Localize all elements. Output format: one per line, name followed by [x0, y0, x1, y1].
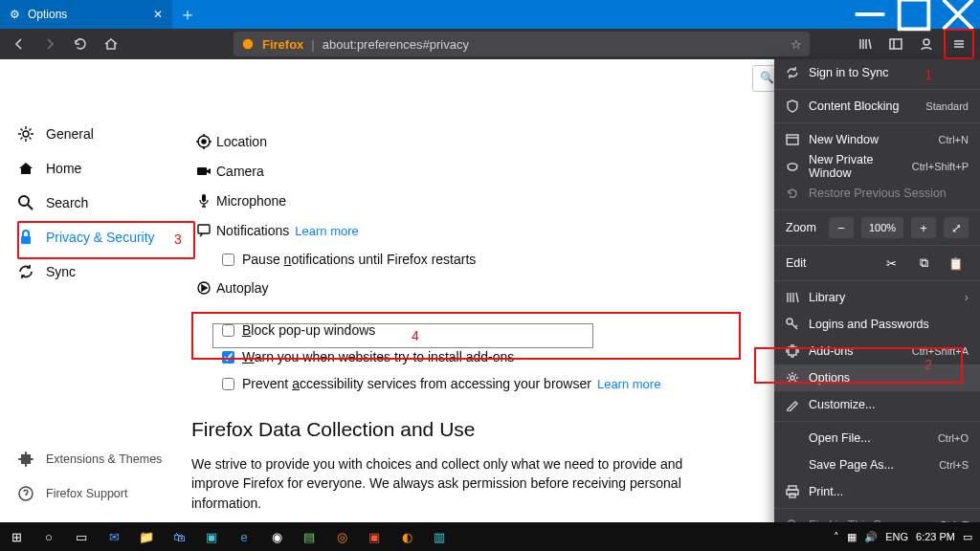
- taskbar-chrome[interactable]: ◉: [260, 522, 293, 551]
- url-path: about:preferences#privacy: [323, 37, 469, 52]
- tab-title: Options: [28, 8, 145, 21]
- taskbar-photos[interactable]: ▣: [195, 522, 228, 551]
- library-icon[interactable]: [852, 31, 879, 57]
- help-icon: [17, 485, 34, 502]
- search-icon: 🔍: [760, 71, 774, 84]
- paste-icon[interactable]: 📋: [944, 253, 969, 274]
- sidenav-search[interactable]: Search: [0, 186, 191, 220]
- menu-library[interactable]: Library›: [774, 284, 980, 311]
- taskbar-store[interactable]: 🛍: [163, 522, 195, 551]
- menu-print[interactable]: Print...: [774, 478, 980, 505]
- close-tab-icon[interactable]: ✕: [153, 8, 163, 21]
- zoom-in[interactable]: +: [911, 217, 936, 238]
- window-maximize[interactable]: [892, 0, 936, 29]
- app-menu-panel: Sign in to Sync Content BlockingStandard…: [774, 59, 980, 551]
- menu-signin[interactable]: Sign in to Sync: [774, 59, 980, 86]
- menu-customize[interactable]: Customize...: [774, 391, 980, 418]
- menu-save-page[interactable]: Save Page As...Ctrl+S: [774, 452, 980, 478]
- home-button[interactable]: [98, 31, 124, 57]
- gear-icon: [17, 125, 34, 143]
- menu-options[interactable]: Options: [774, 364, 980, 391]
- library-icon: [786, 291, 799, 304]
- taskbar-notes[interactable]: ▥: [423, 522, 456, 551]
- warn-addons-checkbox[interactable]: [222, 351, 234, 364]
- menu-content-blocking[interactable]: Content BlockingStandard: [774, 93, 980, 120]
- svg-point-4: [243, 39, 254, 50]
- menu-addons[interactable]: Add-onsCtrl+Shift+A: [774, 338, 980, 364]
- puzzle-icon: [786, 344, 799, 358]
- bookmark-star-icon[interactable]: ☆: [791, 37, 802, 52]
- taskbar-uc[interactable]: ◎: [325, 522, 358, 551]
- task-view[interactable]: ▭: [65, 522, 98, 551]
- account-icon[interactable]: [913, 31, 940, 57]
- menu-new-window[interactable]: New WindowCtrl+N: [774, 126, 980, 153]
- tray-volume-icon[interactable]: 🔊: [864, 531, 878, 543]
- menu-logins[interactable]: Logins and Passwords: [774, 311, 980, 338]
- menu-new-private[interactable]: New Private WindowCtrl+Shift+P: [774, 153, 980, 180]
- mask-icon: [786, 160, 799, 173]
- svg-point-7: [924, 39, 929, 45]
- gear-icon: ⚙: [10, 8, 20, 21]
- chevron-right-icon: ›: [965, 291, 969, 304]
- a11y-learn-more[interactable]: Learn more: [597, 377, 660, 391]
- microphone-icon: [191, 193, 216, 209]
- cut-icon[interactable]: ✂: [879, 253, 903, 274]
- autoplay-icon: [191, 280, 216, 296]
- block-popup-checkbox[interactable]: [222, 324, 234, 337]
- window-close[interactable]: [936, 0, 980, 29]
- taskbar-search[interactable]: ○: [33, 522, 65, 551]
- svg-rect-19: [202, 194, 206, 202]
- back-button[interactable]: [6, 31, 33, 57]
- svg-rect-1: [900, 0, 929, 29]
- system-tray[interactable]: ˄ ▦ 🔊 ENG 6:23 PM ▭: [834, 531, 980, 543]
- svg-point-17: [202, 140, 206, 143]
- tray-network-icon[interactable]: ▦: [847, 531, 857, 543]
- sidenav-privacy[interactable]: Privacy & Security: [0, 220, 191, 254]
- taskbar-mail[interactable]: ✉: [98, 522, 130, 551]
- sidenav-general[interactable]: General: [0, 117, 191, 151]
- notifications-learn-more[interactable]: Learn more: [295, 224, 358, 238]
- sync-icon: [786, 66, 799, 79]
- taskbar-explorer[interactable]: 📁: [130, 522, 163, 551]
- prevent-a11y-checkbox[interactable]: [222, 378, 234, 390]
- copy-icon[interactable]: ⧉: [911, 253, 936, 274]
- start-button[interactable]: ⊞: [0, 522, 33, 551]
- url-bar[interactable]: Firefox | about:preferences#privacy ☆: [234, 32, 810, 56]
- zoom-fullscreen[interactable]: ⤢: [944, 217, 969, 238]
- menu-edit: Edit✂⧉📋: [774, 249, 980, 277]
- pause-notifications-checkbox[interactable]: [222, 253, 234, 266]
- svg-rect-18: [197, 167, 207, 175]
- reload-button[interactable]: [67, 31, 94, 57]
- taskbar-pp[interactable]: ▣: [358, 522, 390, 551]
- taskbar-notepad[interactable]: ▤: [293, 522, 325, 551]
- url-brand: Firefox: [262, 37, 303, 52]
- search-icon: [17, 194, 34, 211]
- location-icon: [191, 134, 216, 149]
- gear-icon: [786, 371, 799, 385]
- zoom-out[interactable]: −: [829, 217, 854, 238]
- firefox-icon: [241, 37, 255, 51]
- section-data-collection-blurb: We strive to provide you with choices an…: [191, 454, 727, 513]
- svg-rect-20: [198, 225, 210, 233]
- taskbar-firefox[interactable]: ◐: [390, 522, 423, 551]
- tray-clock[interactable]: 6:23 PM: [916, 531, 955, 542]
- browser-tab[interactable]: ⚙ Options ✕: [0, 0, 172, 29]
- sidebar-icon[interactable]: [882, 31, 909, 57]
- window-minimize[interactable]: [848, 0, 892, 29]
- menu-open-file[interactable]: Open File...Ctrl+O: [774, 425, 980, 452]
- tray-notifications-icon[interactable]: ▭: [963, 531, 972, 543]
- sidenav-home[interactable]: Home: [0, 151, 191, 186]
- sidenav-support[interactable]: Firefox Support: [0, 476, 191, 511]
- new-tab-button[interactable]: ＋: [172, 0, 203, 29]
- svg-point-12: [19, 196, 29, 206]
- sidenav-sync[interactable]: Sync: [0, 254, 191, 289]
- tray-chevron-icon[interactable]: ˄: [834, 531, 839, 543]
- app-menu-button[interactable]: [944, 29, 974, 59]
- restore-icon: [786, 187, 799, 200]
- svg-rect-22: [787, 135, 798, 144]
- tray-language[interactable]: ENG: [885, 531, 908, 542]
- forward-button[interactable]: [36, 31, 63, 57]
- sidenav-extensions[interactable]: Extensions & Themes: [0, 442, 191, 476]
- taskbar-edge[interactable]: e: [228, 522, 260, 551]
- lock-icon: [17, 229, 34, 246]
